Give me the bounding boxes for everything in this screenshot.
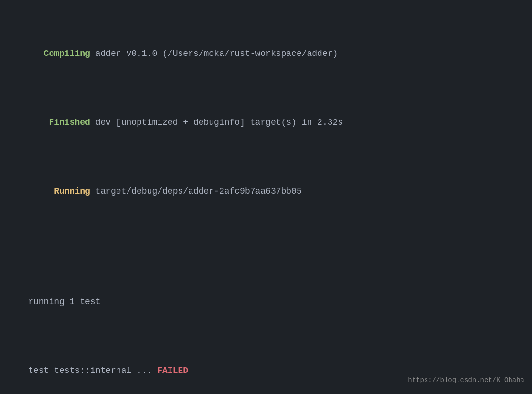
compiling-text: adder v0.1.0 (/Users/moka/rust-workspace…: [90, 49, 338, 58]
line-running: Running target/debug/deps/adder-2afc9b7a…: [8, 171, 524, 212]
finished-label: Finished: [28, 118, 90, 127]
line-finished: Finished dev [unoptimized + debuginfo] t…: [8, 102, 524, 143]
running-text: target/debug/deps/adder-2afc9b7aa637bb05: [90, 186, 302, 196]
watermark: https://blog.csdn.net/K_Ohaha: [408, 375, 524, 385]
running-1-test-text: running 1 test: [28, 297, 100, 306]
line-running-1-test: running 1 test: [8, 281, 524, 322]
compiling-label: Compiling: [28, 49, 90, 58]
test-failed-status: FAILED: [157, 366, 188, 375]
test-result-prefix: test tests::internal ...: [28, 366, 157, 375]
line-blank-1: [8, 240, 524, 254]
line-compiling: Compiling adder v0.1.0 (/Users/moka/rust…: [8, 33, 524, 75]
running-label: Running: [28, 186, 90, 196]
terminal-output: Compiling adder v0.1.0 (/Users/moka/rust…: [8, 6, 524, 394]
finished-text: dev [unoptimized + debuginfo] target(s) …: [90, 118, 343, 127]
